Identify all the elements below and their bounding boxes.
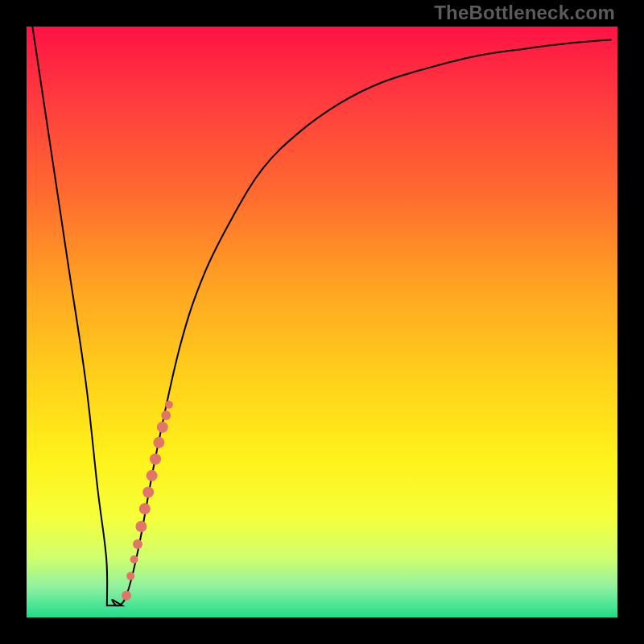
highlight-dot [153, 437, 164, 448]
highlight-dot [150, 453, 161, 464]
highlight-dot [135, 521, 147, 532]
highlight-dot [157, 422, 168, 433]
highlight-dot [142, 486, 154, 497]
highlight-dot [122, 591, 131, 601]
highlight-dot [147, 470, 158, 481]
chart-frame: TheBottleneck.com [0, 0, 644, 644]
highlight-dot [161, 411, 171, 420]
chart-svg [27, 27, 617, 617]
highlight-dot [130, 555, 138, 564]
highlight-dot [139, 503, 151, 514]
highlight-dot [126, 572, 134, 580]
highlight-dot [165, 401, 173, 409]
watermark-text: TheBottleneck.com [434, 2, 615, 24]
highlight-dot [133, 539, 142, 549]
plot-area [27, 27, 617, 617]
